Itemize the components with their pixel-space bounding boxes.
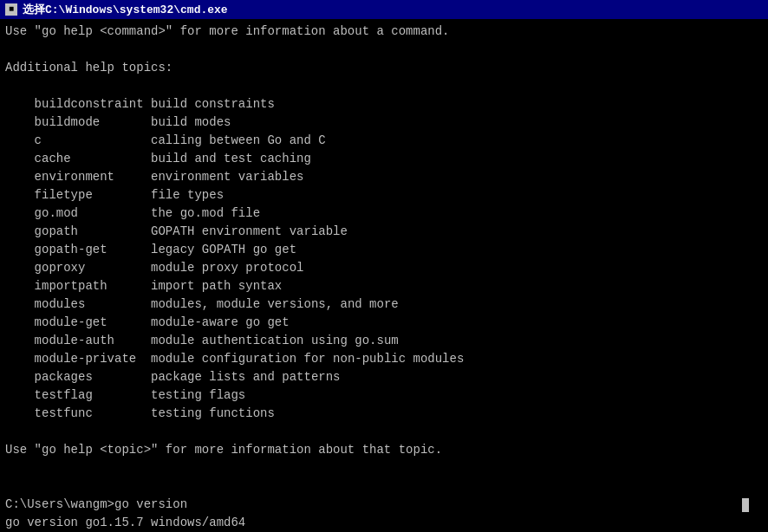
topic-name: gopath-get	[35, 243, 107, 256]
topic-desc: file types	[151, 188, 224, 202]
topic-desc: module configuration for non-public modu…	[151, 352, 464, 366]
topic-name: goproxy	[35, 261, 86, 275]
topic-line: module-private module configuration for …	[5, 350, 763, 368]
line-blank-5	[5, 477, 763, 496]
topic-desc: import path syntax	[151, 279, 282, 293]
topic-name: go.mod	[35, 206, 78, 220]
topic-name: buildconstraint	[35, 97, 144, 111]
topic-line: module-auth module authentication using …	[5, 332, 763, 350]
topic-line: testflag testing flags	[5, 386, 763, 405]
topic-desc: legacy GOPATH go get	[151, 243, 296, 256]
topic-line: gopath GOPATH environment variable	[5, 223, 763, 241]
topic-desc: module authentication using go.sum	[151, 334, 399, 347]
topic-desc: module proxy protocol	[151, 261, 303, 275]
title-bar-text: 选择C:\Windows\system32\cmd.exe	[23, 2, 228, 17]
topic-desc: module-aware go get	[151, 315, 290, 329]
topic-desc: build constraints	[151, 97, 275, 111]
topic-name: filetype	[35, 188, 93, 202]
prompt-line: C:\Users\wangm>go version	[5, 496, 763, 514]
cursor-block	[742, 498, 749, 512]
topic-name: module-auth	[35, 334, 114, 347]
topic-line: modules modules, module versions, and mo…	[5, 295, 763, 314]
line-help-command: Use "go help <command>" for more informa…	[5, 23, 763, 41]
topic-line: importpath import path syntax	[5, 277, 763, 295]
topic-line: testfunc testing functions	[5, 405, 763, 423]
topic-name: module-private	[35, 352, 137, 366]
topic-line: filetype file types	[5, 186, 763, 204]
topic-line: buildmode build modes	[5, 114, 763, 132]
topic-line: buildconstraint build constraints	[5, 95, 763, 114]
topic-desc: testing functions	[151, 406, 275, 420]
topic-name: testfunc	[35, 406, 93, 420]
console-window: Use "go help <command>" for more informa…	[0, 19, 768, 532]
line-blank-2	[5, 77, 763, 95]
topic-line: c calling between Go and C	[5, 132, 763, 150]
topic-line: packages package lists and patterns	[5, 368, 763, 386]
topic-desc: modules, module versions, and more	[151, 297, 399, 311]
topic-name: environment	[35, 170, 114, 184]
title-bar: ■ 选择C:\Windows\system32\cmd.exe	[0, 0, 768, 19]
line-blank-1	[5, 41, 763, 59]
topic-line: go.mod the go.mod file	[5, 204, 763, 223]
topic-desc: GOPATH environment variable	[151, 224, 348, 238]
line-blank-3	[5, 423, 763, 441]
topic-desc: package lists and patterns	[151, 370, 340, 384]
topic-name: gopath	[35, 224, 78, 238]
topic-name: testflag	[35, 388, 93, 402]
topic-name: cache	[35, 152, 71, 165]
topic-line: goproxy module proxy protocol	[5, 259, 763, 277]
topic-desc: calling between Go and C	[151, 133, 326, 147]
topic-line: module-get module-aware go get	[5, 314, 763, 332]
title-bar-icon: ■	[5, 3, 17, 16]
line-blank-4	[5, 459, 763, 477]
topic-name: c	[35, 133, 42, 147]
topic-line: gopath-get legacy GOPATH go get	[5, 241, 763, 259]
topic-line: environment environment variables	[5, 168, 763, 186]
topic-desc: testing flags	[151, 388, 245, 402]
topic-name: importpath	[35, 279, 107, 293]
topic-desc: the go.mod file	[151, 206, 260, 220]
topic-name: module-get	[35, 315, 107, 329]
line-help-topic: Use "go help <topic>" for more informati…	[5, 441, 763, 459]
topic-name: buildmode	[35, 115, 101, 129]
prompt-text: C:\Users\wangm>go version	[5, 496, 187, 514]
topic-name: modules	[35, 297, 86, 311]
topic-desc: build modes	[151, 115, 231, 129]
topic-name: packages	[35, 370, 93, 384]
line-additional: Additional help topics:	[5, 59, 763, 77]
topic-desc: environment variables	[151, 170, 303, 184]
topic-line: cache build and test caching	[5, 150, 763, 168]
version-output: go version go1.15.7 windows/amd64	[5, 514, 763, 532]
topic-desc: build and test caching	[151, 152, 311, 165]
